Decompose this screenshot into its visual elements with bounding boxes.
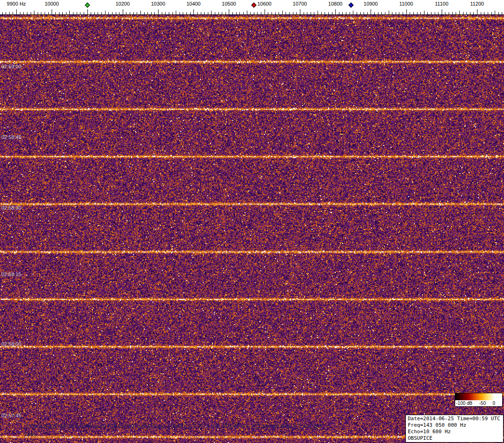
freq-tick — [193, 9, 194, 14]
freq-tick — [169, 12, 169, 14]
freq-tick — [381, 12, 382, 14]
freq-tick — [165, 12, 166, 14]
info-freq-line: Freq=143 050 000 Hz — [408, 422, 501, 429]
freq-tick — [304, 12, 304, 14]
freq-tick — [133, 12, 134, 14]
freq-tick — [392, 12, 392, 14]
db-mid-label: -50 — [479, 401, 486, 406]
freq-tick — [293, 12, 293, 14]
freq-tick — [239, 12, 240, 14]
freq-tick — [162, 12, 162, 14]
time-label: 02:58:00 — [1, 341, 21, 347]
freq-tick — [186, 12, 187, 14]
freq-tick — [190, 12, 191, 14]
freq-tick — [473, 12, 474, 14]
freq-marker-green-diamond[interactable] — [85, 2, 90, 7]
freq-tick — [357, 12, 357, 14]
freq-tick — [481, 12, 481, 14]
freq-tick — [34, 11, 34, 14]
freq-tick — [350, 12, 350, 14]
freq-tick — [452, 12, 453, 14]
freq-axis-label: 10200 — [116, 1, 130, 7]
freq-tick — [222, 12, 222, 14]
freq-tick — [23, 12, 24, 14]
freq-axis-label: 11200 — [470, 1, 484, 7]
freq-tick — [466, 12, 467, 14]
freq-tick — [389, 11, 389, 14]
freq-tick — [342, 12, 343, 14]
freq-tick — [123, 9, 123, 14]
freq-axis-label: 10400 — [186, 1, 201, 7]
freq-tick — [154, 12, 155, 14]
freq-tick — [406, 9, 407, 14]
freq-tick — [254, 12, 254, 14]
freq-tick — [477, 9, 477, 14]
freq-tick — [420, 12, 421, 14]
freq-tick — [77, 12, 77, 14]
freq-tick — [378, 12, 378, 14]
freq-axis-label: 9900 Hz — [7, 1, 26, 7]
freq-tick — [48, 12, 49, 14]
freq-tick — [459, 11, 460, 14]
freq-tick — [396, 12, 396, 14]
info-date-line: Date=2014-06-25 Time=00:59 UTC — [408, 416, 501, 422]
freq-tick — [236, 12, 237, 14]
freq-marker-blue-diamond[interactable] — [349, 2, 354, 7]
freq-tick — [243, 12, 244, 14]
freq-tick — [463, 12, 464, 14]
freq-tick — [66, 12, 66, 14]
freq-tick — [250, 12, 251, 14]
freq-tick — [374, 12, 375, 14]
freq-tick — [247, 11, 247, 14]
freq-axis-label: 11000 — [399, 1, 413, 7]
freq-tick — [300, 9, 300, 14]
info-station-line: OBSUPICE — [408, 435, 501, 442]
freq-tick — [491, 12, 492, 14]
freq-tick — [112, 12, 113, 14]
freq-tick — [27, 12, 27, 14]
db-gradient-bar — [455, 393, 502, 400]
freq-tick — [101, 12, 102, 14]
freq-tick — [38, 12, 38, 14]
freq-tick — [215, 12, 215, 14]
freq-tick — [442, 9, 442, 14]
freq-tick — [282, 11, 283, 14]
freq-tick — [183, 12, 183, 14]
freq-tick — [9, 12, 10, 14]
freq-tick — [126, 12, 126, 14]
freq-tick — [69, 11, 70, 14]
freq-marker-red-diamond[interactable] — [251, 2, 256, 7]
freq-tick — [360, 12, 361, 14]
freq-tick — [20, 12, 20, 14]
freq-tick — [94, 12, 95, 14]
time-label: 02:58:45 — [1, 134, 21, 140]
freq-tick — [272, 12, 272, 14]
freq-tick — [108, 12, 109, 14]
freq-tick — [275, 12, 276, 14]
observation-info-box: Date=2014-06-25 Time=00:59 UTC Freq=143 … — [405, 415, 504, 443]
freq-tick — [495, 11, 495, 14]
freq-tick — [208, 12, 208, 14]
freq-tick — [311, 12, 311, 14]
freq-tick — [116, 12, 116, 14]
freq-tick — [353, 11, 353, 14]
freq-tick — [335, 9, 336, 14]
freq-tick — [55, 12, 56, 14]
freq-axis-label: 10000 — [45, 1, 59, 7]
freq-tick — [431, 12, 431, 14]
freq-tick — [211, 11, 212, 14]
freq-tick — [318, 11, 318, 14]
freq-tick — [147, 12, 148, 14]
freq-tick — [438, 12, 438, 14]
freq-tick — [179, 12, 180, 14]
freq-tick — [470, 12, 471, 14]
freq-axis-label: 10500 — [222, 1, 236, 7]
freq-tick — [137, 12, 137, 14]
freq-tick — [417, 12, 418, 14]
freq-tick — [16, 9, 17, 14]
freq-tick — [502, 12, 502, 14]
db-max-label: 0 — [492, 401, 495, 406]
freq-tick — [427, 12, 428, 14]
freq-tick — [265, 9, 265, 14]
freq-tick — [413, 12, 414, 14]
